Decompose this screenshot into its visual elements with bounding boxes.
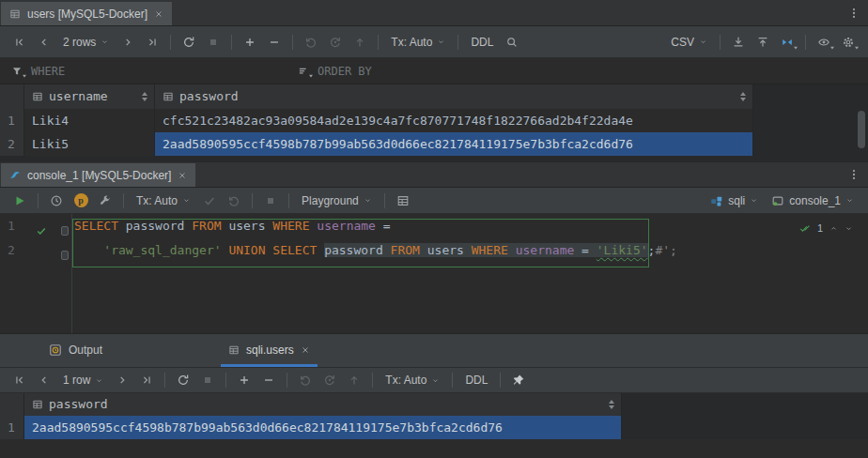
- settings-button[interactable]: [836, 31, 860, 53]
- tab-users-table[interactable]: users [MySQL5-Docker]: [1, 2, 172, 25]
- cell-password[interactable]: cfc521c23482ac93a09584ad2e139c4a7fc87077…: [155, 109, 753, 132]
- kebab-menu-icon[interactable]: [847, 168, 860, 181]
- revert-button[interactable]: [293, 369, 318, 391]
- first-page-button[interactable]: [8, 369, 32, 391]
- stop-button[interactable]: [258, 190, 283, 212]
- view-options-button[interactable]: [812, 31, 836, 53]
- next-page-button[interactable]: [116, 31, 140, 53]
- cell-password-selected[interactable]: 2aad5890595ccf4598b787b99ab563d0d66ec821…: [155, 132, 753, 156]
- grid-corner[interactable]: [0, 84, 24, 109]
- triangle-down-icon: [307, 72, 315, 80]
- page-size-dropdown[interactable]: 1 row: [56, 369, 110, 391]
- add-row-button[interactable]: [238, 31, 262, 53]
- tab-sqli-users[interactable]: sqli.users: [221, 336, 318, 367]
- column-header-password[interactable]: password: [24, 393, 622, 416]
- reload-button[interactable]: [171, 369, 195, 391]
- where-filter-input[interactable]: WHERE: [0, 58, 287, 84]
- ddl-button[interactable]: DDL: [464, 31, 500, 53]
- order-by-input[interactable]: ORDER BY: [287, 58, 868, 84]
- divider: [378, 35, 379, 50]
- stop-button[interactable]: [195, 369, 220, 391]
- add-row-button[interactable]: [232, 369, 256, 391]
- column-header-password[interactable]: password: [155, 84, 753, 109]
- previous-page-button[interactable]: [32, 369, 56, 391]
- schema-switcher[interactable]: sqli: [704, 190, 765, 212]
- session-switcher[interactable]: console_1: [765, 190, 860, 212]
- search-button[interactable]: [500, 31, 524, 53]
- table-icon: [228, 344, 240, 356]
- column-label: password: [49, 393, 108, 416]
- next-page-button[interactable]: [110, 369, 134, 391]
- vertical-scrollbar[interactable]: [858, 111, 865, 148]
- divider: [292, 35, 293, 50]
- divider: [500, 373, 501, 388]
- submit-button[interactable]: [348, 31, 372, 53]
- tx-mode-dropdown[interactable]: Tx: Auto: [130, 190, 197, 212]
- tx-mode-dropdown[interactable]: Tx: Auto: [384, 31, 452, 53]
- history-button[interactable]: [44, 190, 69, 212]
- grid-header-row: username password: [0, 84, 868, 109]
- revert-button[interactable]: [299, 31, 323, 53]
- tab-output[interactable]: Output: [41, 336, 110, 367]
- ddl-label: DDL: [465, 374, 488, 387]
- reload-button[interactable]: [177, 31, 201, 53]
- kebab-menu-icon[interactable]: [847, 7, 860, 20]
- grid-corner[interactable]: [0, 393, 24, 416]
- previous-page-button[interactable]: [32, 31, 56, 53]
- chevron-down-icon: [431, 376, 440, 385]
- customize-button[interactable]: [93, 190, 117, 212]
- code-line[interactable]: 2 'raw_sql_danger' UNION SELECT password…: [0, 243, 868, 267]
- grid-empty-area: [622, 416, 868, 439]
- rollback-button[interactable]: [222, 190, 246, 212]
- submit-button[interactable]: [342, 369, 366, 391]
- inspection-widget[interactable]: 1: [799, 222, 853, 234]
- grid-filler: [0, 439, 868, 458]
- output-mode-button[interactable]: [391, 190, 415, 212]
- last-page-button[interactable]: [134, 369, 159, 391]
- previous-problem-icon[interactable]: [829, 224, 838, 233]
- compare-button[interactable]: [775, 31, 799, 53]
- row-number[interactable]: 1: [0, 109, 24, 132]
- divider: [123, 193, 124, 208]
- delete-row-button[interactable]: [256, 369, 281, 391]
- cell-password-selected[interactable]: 2aad5890595ccf4598b787b99ab563d0d66ec821…: [24, 416, 622, 439]
- statement-success-icon: [36, 219, 49, 243]
- close-icon[interactable]: [154, 9, 163, 19]
- run-button[interactable]: [8, 190, 32, 212]
- sql-editor[interactable]: 1SELECT password FROM users WHERE userna…: [0, 214, 868, 333]
- next-problem-icon[interactable]: [845, 224, 853, 233]
- rollback-button[interactable]: [323, 31, 348, 53]
- first-page-button[interactable]: [8, 31, 32, 53]
- tx-mode-label: Tx: Auto: [391, 36, 432, 49]
- page-size-dropdown[interactable]: 2 rows: [56, 31, 116, 53]
- fold-marker-icon[interactable]: [61, 226, 69, 236]
- cell-username[interactable]: Liki5: [24, 132, 155, 156]
- import-data-button[interactable]: [751, 31, 775, 53]
- fold-marker-icon[interactable]: [61, 251, 69, 260]
- export-data-button[interactable]: [726, 31, 751, 53]
- close-icon[interactable]: [301, 345, 310, 355]
- last-page-button[interactable]: [140, 31, 164, 53]
- cell-username[interactable]: Liki4: [24, 109, 155, 132]
- chevron-down-icon: [699, 38, 707, 46]
- row-number[interactable]: 2: [0, 132, 24, 156]
- row-number[interactable]: 1: [0, 416, 24, 439]
- delete-row-button[interactable]: [262, 31, 287, 53]
- column-header-username[interactable]: username: [24, 84, 155, 109]
- tx-mode-label: Tx: Auto: [136, 194, 178, 207]
- grid-toolbar: 2 rows Tx: Auto DDL CSV: [0, 26, 868, 58]
- tab-console[interactable]: console_1 [MySQL5-Docker]: [1, 163, 195, 187]
- commit-button[interactable]: [197, 190, 222, 212]
- pin-tab-button[interactable]: [506, 369, 531, 391]
- divider: [170, 35, 171, 50]
- code-line[interactable]: 1SELECT password FROM users WHERE userna…: [0, 219, 868, 243]
- close-icon[interactable]: [178, 171, 187, 180]
- playground-mode-dropdown[interactable]: Playground: [295, 190, 379, 212]
- stop-button[interactable]: [201, 31, 225, 53]
- export-format-dropdown[interactable]: CSV: [664, 31, 714, 53]
- parameters-button[interactable]: [69, 190, 93, 212]
- tx-mode-dropdown[interactable]: Tx: Auto: [379, 369, 446, 391]
- ddl-button[interactable]: DDL: [458, 369, 494, 391]
- tool-window-tabbar: Output sqli.users: [0, 333, 868, 368]
- rollback-button[interactable]: [318, 369, 342, 391]
